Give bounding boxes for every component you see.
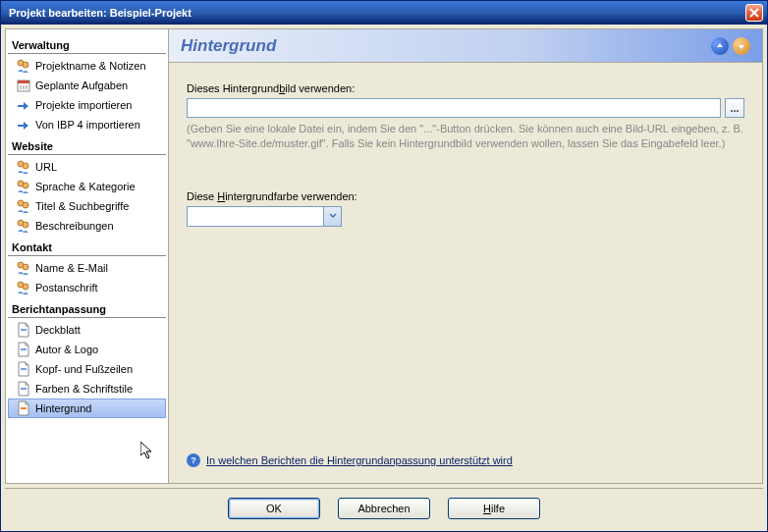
sidebar-category-header: Kontakt — [8, 236, 166, 256]
sidebar-item[interactable]: URL — [8, 157, 166, 177]
sidebar-item[interactable]: Projektname & Notizen — [8, 56, 166, 76]
main-panel: Hintergrund Dieses Hintergrundbild verwe… — [169, 29, 762, 483]
cancel-button[interactable]: Abbrechen — [338, 498, 430, 519]
users-search-icon — [16, 198, 31, 214]
bgimage-hint: (Geben Sie eine lokale Datei ein, indem … — [187, 122, 744, 151]
sidebar-item[interactable]: Sprache & Kategorie — [8, 177, 166, 196]
titlebar: Projekt bearbeiten: Beispiel-Projekt — [1, 1, 767, 25]
users-mail-icon — [16, 260, 31, 276]
users-icon — [16, 159, 31, 175]
page-title: Hintergrund — [181, 36, 707, 56]
color-swatch — [188, 207, 323, 226]
sidebar-item-label: Projektname & Notizen — [35, 60, 146, 72]
arrow-down-icon — [738, 42, 745, 50]
svg-rect-22 — [21, 388, 27, 390]
close-button[interactable] — [745, 4, 763, 22]
svg-point-12 — [23, 202, 28, 208]
svg-rect-23 — [21, 407, 27, 409]
sidebar-item[interactable]: Titel & Suchbegriffe — [8, 196, 166, 216]
sidebar-item[interactable]: Name & E-Mail — [8, 258, 166, 278]
browse-button[interactable]: ... — [725, 98, 744, 118]
sidebar: VerwaltungProjektname & NotizenGeplante … — [6, 29, 169, 483]
sidebar-item[interactable]: Postanschrift — [8, 278, 166, 297]
svg-rect-3 — [18, 80, 29, 83]
sidebar-item[interactable]: Farben & Schriftstile — [8, 379, 166, 399]
sidebar-item[interactable]: Projekte importieren — [8, 95, 166, 115]
svg-rect-21 — [21, 368, 27, 370]
sidebar-item-label: Beschreibungen — [35, 220, 114, 232]
arrow-up-icon — [716, 42, 724, 50]
import-icon — [16, 117, 31, 133]
sidebar-item-label: URL — [35, 161, 57, 173]
help-icon: ? — [187, 453, 200, 467]
nav-up-button[interactable] — [711, 37, 729, 55]
svg-point-14 — [23, 222, 28, 228]
svg-rect-19 — [21, 329, 27, 331]
sidebar-item[interactable]: Geplante Aufgaben — [8, 76, 166, 95]
svg-point-8 — [23, 163, 28, 169]
svg-point-18 — [23, 284, 28, 290]
svg-rect-20 — [21, 348, 27, 350]
users-desc-icon — [16, 218, 31, 234]
sidebar-item-label: Postanschrift — [35, 282, 98, 293]
sidebar-item[interactable]: Hintergrund — [8, 399, 166, 418]
sidebar-item-label: Titel & Suchbegriffe — [35, 200, 129, 212]
sidebar-item-label: Farben & Schriftstile — [35, 383, 133, 395]
page-icon — [16, 361, 31, 377]
page-icon — [16, 381, 31, 397]
sidebar-category-header: Website — [8, 134, 166, 155]
main-header: Hintergrund — [169, 29, 762, 63]
ok-button[interactable]: OK — [228, 498, 320, 519]
users-lang-icon — [16, 179, 31, 194]
sidebar-item-label: Sprache & Kategorie — [35, 181, 136, 192]
chevron-down-icon — [323, 207, 341, 226]
sidebar-item[interactable]: Beschreibungen — [8, 216, 166, 236]
page-icon — [16, 342, 31, 357]
sidebar-item-label: Hintergrund — [35, 402, 91, 414]
calendar-icon — [16, 78, 31, 93]
page-icon — [16, 322, 31, 338]
sidebar-item-label: Name & E-Mail — [35, 262, 108, 274]
users-post-icon — [16, 280, 31, 295]
sidebar-item-label: Autor & Logo — [35, 344, 98, 355]
sidebar-item[interactable]: Von IBP 4 importieren — [8, 115, 166, 134]
bgcolor-dropdown[interactable] — [187, 206, 342, 227]
sidebar-item-label: Deckblatt — [35, 324, 81, 336]
users-icon — [16, 58, 31, 74]
nav-down-button[interactable] — [733, 37, 750, 55]
close-icon — [749, 8, 759, 18]
svg-point-16 — [23, 264, 28, 270]
page-orange-icon — [16, 400, 31, 416]
bgimage-input[interactable] — [187, 98, 721, 118]
svg-point-10 — [23, 183, 28, 188]
help-button[interactable]: Hilfe — [448, 498, 540, 519]
sidebar-category-header: Verwaltung — [8, 33, 166, 54]
sidebar-item[interactable]: Autor & Logo — [8, 340, 166, 359]
help-link-row: ? In welchen Berichten die Hintergrundan… — [187, 453, 744, 467]
bgimage-label: Dieses Hintergrundbild verwenden: — [187, 82, 744, 94]
window-title: Projekt bearbeiten: Beispiel-Projekt — [5, 7, 745, 19]
sidebar-item[interactable]: Deckblatt — [8, 320, 166, 340]
sidebar-category-header: Berichtanpassung — [8, 297, 166, 318]
help-link[interactable]: In welchen Berichten die Hintergrundanpa… — [206, 454, 513, 466]
sidebar-item-label: Geplante Aufgaben — [35, 80, 128, 91]
import-icon — [16, 97, 31, 113]
bgcolor-label: Diese Hintergrundfarbe verwenden: — [187, 190, 744, 202]
button-bar: OK Abbrechen Hilfe — [5, 488, 763, 527]
svg-point-1 — [23, 62, 28, 68]
sidebar-item-label: Projekte importieren — [35, 99, 132, 111]
sidebar-item[interactable]: Kopf- und Fußzeilen — [8, 359, 166, 379]
sidebar-item-label: Von IBP 4 importieren — [35, 119, 140, 131]
sidebar-item-label: Kopf- und Fußzeilen — [35, 363, 133, 375]
